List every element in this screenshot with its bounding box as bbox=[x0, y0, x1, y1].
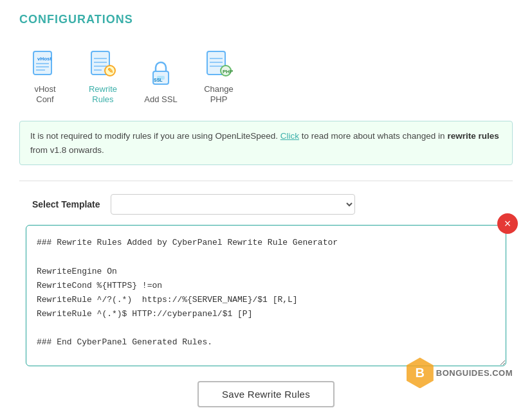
info-bold: rewrite rules bbox=[447, 131, 499, 141]
nav-item-ssl[interactable]: SSL Add SSL bbox=[135, 52, 187, 109]
page-title: CONFIGURATIONS bbox=[19, 13, 513, 26]
svg-text:PHP: PHP bbox=[223, 69, 233, 75]
nav-item-rewrite[interactable]: ✎ RewriteRules bbox=[77, 42, 129, 108]
info-text3: from v1.8 onwards. bbox=[30, 145, 104, 155]
close-button[interactable]: × bbox=[497, 213, 518, 234]
watermark-letter: B bbox=[416, 366, 425, 380]
info-box: It is not required to modify rules if yo… bbox=[19, 121, 513, 165]
rules-textarea[interactable]: ### Rewrite Rules Added by CyberPanel Re… bbox=[26, 225, 506, 366]
php-icon: PHP bbox=[201, 46, 237, 82]
editor-wrapper: × ### Rewrite Rules Added by CyberPanel … bbox=[26, 225, 506, 368]
watermark: B BONGUIDES.COM bbox=[407, 357, 513, 388]
divider bbox=[19, 181, 513, 181]
vhost-icon: vHost bbox=[27, 46, 63, 82]
ssl-icon: SSL bbox=[143, 56, 179, 92]
watermark-text: BONGUIDES.COM bbox=[436, 368, 513, 378]
save-rewrite-rules-button[interactable]: Save Rewrite Rules bbox=[197, 381, 335, 407]
nav-icons: vHost vHostConf ✎ bbox=[19, 42, 513, 108]
info-text2: to read more about whats changed in bbox=[299, 131, 447, 141]
svg-text:vHost: vHost bbox=[37, 56, 52, 62]
page-wrapper: CONFIGURATIONS vHost vHostConf bbox=[0, 0, 532, 417]
svg-text:✎: ✎ bbox=[107, 67, 113, 75]
watermark-hex: B bbox=[407, 357, 434, 388]
select-template-row: Select Template bbox=[19, 194, 513, 215]
ssl-label: Add SSL bbox=[144, 94, 177, 105]
rewrite-label: RewriteRules bbox=[89, 84, 117, 104]
select-template-label: Select Template bbox=[32, 199, 100, 209]
nav-item-vhost[interactable]: vHost vHostConf bbox=[19, 42, 71, 108]
info-link[interactable]: Click bbox=[280, 131, 299, 141]
rewrite-icon: ✎ bbox=[85, 46, 121, 82]
svg-text:SSL: SSL bbox=[154, 78, 163, 82]
php-label: ChangePHP bbox=[204, 84, 234, 104]
nav-item-php[interactable]: PHP ChangePHP bbox=[193, 42, 244, 108]
vhost-label: vHostConf bbox=[34, 84, 55, 104]
template-select[interactable] bbox=[111, 194, 355, 215]
info-text1: It is not required to modify rules if yo… bbox=[30, 131, 280, 141]
